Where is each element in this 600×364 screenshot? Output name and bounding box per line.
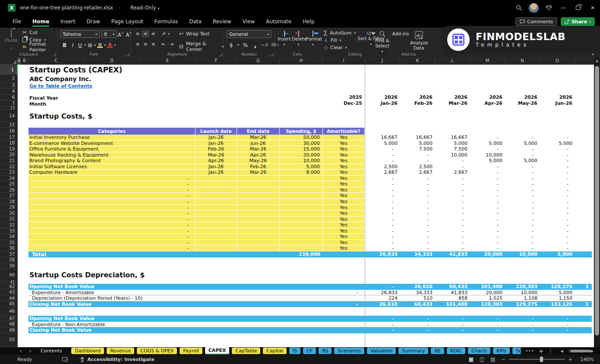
cell-spending[interactable]: 20,000 [280, 152, 323, 158]
cell-month-value[interactable]: - [470, 193, 505, 199]
increase-font-icon[interactable]: A˄ [117, 31, 124, 38]
cell-category[interactable]: - [28, 176, 196, 182]
cell-category[interactable]: - [28, 245, 196, 251]
paste-button[interactable]: Paste▾ [3, 29, 19, 50]
orientation-icon[interactable]: ⇗ [160, 31, 167, 37]
sheet-tab-kpis[interactable]: KPIs [493, 348, 510, 354]
cell-category[interactable]: Warehouse Racking & Equipment [28, 152, 196, 158]
sheet-tab-valuation[interactable]: Valuation [367, 348, 396, 354]
cell-launch-date[interactable] [196, 176, 237, 182]
sheet-tab-dashboard[interactable]: Dashboard [71, 348, 104, 354]
cell-month-value[interactable]: - [470, 164, 505, 170]
cell-spending[interactable] [280, 234, 323, 240]
row-header[interactable]: 15 [0, 122, 18, 128]
cell-month-value[interactable]: 101,408 [470, 284, 505, 290]
cell-end-date[interactable]: Mar-26 [237, 169, 280, 176]
cell-amortizable[interactable]: Yes [323, 176, 365, 182]
tab-review[interactable]: Review [208, 16, 236, 27]
cell-month-value[interactable]: - [540, 316, 575, 322]
row-header[interactable]: 17 [0, 135, 18, 141]
underline-button[interactable]: U [76, 41, 84, 49]
cell-month-value[interactable]: - [505, 245, 540, 251]
row-header[interactable]: 29 [0, 205, 18, 211]
cell-month-value[interactable]: 129,275 [505, 301, 540, 308]
cell-clipped-value[interactable] [575, 290, 592, 295]
cell-category[interactable]: - [28, 205, 196, 211]
cell-dec-value[interactable] [323, 327, 365, 333]
header-spending[interactable]: Spending, $ [280, 128, 323, 135]
row-header[interactable]: 36 [0, 245, 18, 251]
depreciation-row-label[interactable]: Expenditure - Non-Amortizable [32, 322, 105, 328]
total-spending[interactable]: 138,000 [280, 251, 323, 257]
cell-month-value[interactable]: - [435, 158, 470, 164]
cell-end-date[interactable] [237, 228, 280, 234]
row-header[interactable]: 37 [0, 251, 18, 257]
row-header[interactable]: 14 [0, 110, 18, 122]
sheet-tab-capital[interactable]: Capital [263, 348, 287, 354]
cell-launch-date[interactable]: Jan-26 [196, 135, 237, 141]
cell-month-value[interactable]: - [470, 181, 505, 187]
sheet-tab-charts[interactable]: Charts [468, 348, 490, 354]
cell-launch-date[interactable] [196, 199, 237, 205]
row-header[interactable]: 18 [0, 141, 18, 147]
row-header[interactable]: 22 [0, 164, 18, 170]
search-icon[interactable] [512, 0, 526, 16]
cell-month-value[interactable]: - [540, 217, 575, 223]
cell-clipped-value[interactable] [575, 316, 592, 322]
cell-month-value[interactable]: - [470, 205, 505, 211]
cell-category[interactable]: - [28, 228, 196, 234]
cell-month-value[interactable]: - [435, 228, 470, 234]
cell-category[interactable]: Office Furniture & Equipment [28, 146, 196, 152]
tab-data[interactable]: Data [184, 16, 206, 27]
section-title-startup-costs[interactable]: Startup Costs, $ [29, 112, 92, 120]
cell-month-value[interactable]: - [470, 146, 505, 152]
row-header[interactable]: 33 [0, 228, 18, 234]
tabs-next-icon[interactable]: › [27, 348, 34, 354]
tab-draw[interactable]: Draw [82, 16, 104, 27]
cell-amortizable[interactable]: Yes [323, 228, 365, 234]
tab-insert[interactable]: Insert [56, 16, 80, 27]
cell-end-date[interactable] [237, 187, 280, 193]
cell-dec-value[interactable] [323, 284, 365, 290]
format-cells-button[interactable]: Format▾ [306, 31, 319, 47]
cell-month-value[interactable]: 10,000 [505, 290, 540, 295]
cell-month-value[interactable]: - [400, 187, 435, 193]
format-painter-button[interactable]: ✏Format Painter [22, 44, 57, 50]
col-header-G[interactable]: G [237, 57, 280, 65]
font-size-combobox[interactable]: 8▾ [101, 30, 117, 38]
cell-month-value[interactable]: 5,000 [505, 141, 540, 147]
tab-view[interactable]: View [238, 16, 259, 27]
cell-month-value[interactable]: 5,000 [365, 141, 400, 147]
cell-clipped-value[interactable]: 1 [575, 284, 592, 290]
month-cell[interactable]: Apr-26 [470, 100, 505, 107]
cell-spending[interactable] [280, 205, 323, 211]
tab-options-icon[interactable]: ⋮ [548, 348, 553, 354]
cell-dec-value[interactable] [323, 295, 365, 301]
cell-month-value[interactable]: - [435, 240, 470, 246]
cell-month-value[interactable]: - [505, 322, 540, 327]
cell-launch-date[interactable] [196, 217, 237, 223]
cell-spending[interactable] [280, 217, 323, 223]
italic-button[interactable]: I [69, 41, 76, 49]
cell-month-value[interactable]: - [470, 240, 505, 246]
zoom-out-icon[interactable]: − [502, 357, 505, 362]
cell-category[interactable]: - [28, 210, 196, 217]
addins-button[interactable]: Add-ins [392, 31, 409, 36]
company-name-cell[interactable]: ABC Company Inc. [29, 75, 91, 82]
merge-center-button[interactable]: ⊟Merge & Center ▾ [179, 41, 224, 52]
row-header[interactable]: 32 [0, 222, 18, 228]
cell-month-value[interactable]: - [505, 164, 540, 170]
cell-month-value[interactable]: - [435, 316, 470, 322]
cell-month-value[interactable]: - [505, 222, 540, 228]
cell-month-value[interactable]: 26,610 [365, 301, 400, 308]
sheet-tab-capex-active[interactable]: CAPEX [205, 347, 230, 355]
cell-month-value[interactable]: - [400, 199, 435, 205]
cell-month-value[interactable]: 5,000 [505, 158, 540, 164]
row-header[interactable]: 48 [0, 321, 18, 327]
cell-month-value[interactable]: 5,000 [470, 158, 505, 164]
cell-month-value[interactable]: - [540, 228, 575, 234]
cell-dec-value[interactable] [323, 316, 365, 322]
row-header[interactable]: 27 [0, 193, 18, 199]
cell-end-date[interactable] [237, 234, 280, 240]
cell-month-value[interactable]: - [435, 210, 470, 217]
